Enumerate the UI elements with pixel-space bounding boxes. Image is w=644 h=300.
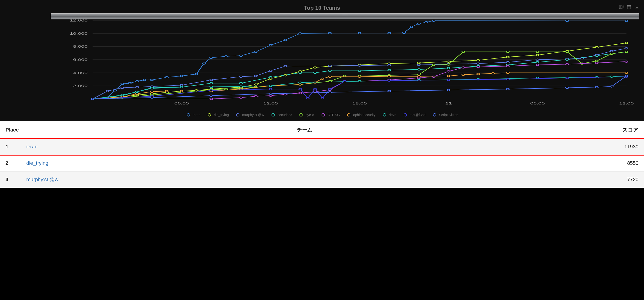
header-score: スコア xyxy=(589,121,644,139)
svg-point-18 xyxy=(180,75,183,77)
svg-point-101 xyxy=(447,67,450,69)
svg-point-106 xyxy=(595,55,598,57)
svg-point-66 xyxy=(136,86,139,88)
legend-label: Script Kitties xyxy=(439,113,458,117)
svg-point-184 xyxy=(299,82,302,83)
svg-point-207 xyxy=(91,98,94,100)
svg-point-56 xyxy=(447,61,450,62)
svg-point-25 xyxy=(269,44,272,46)
svg-point-215 xyxy=(566,87,568,88)
svg-point-69 xyxy=(210,79,213,81)
svg-point-164 xyxy=(299,84,302,85)
svg-point-169 xyxy=(388,76,391,77)
legend-label: met@f3nd xyxy=(410,113,426,117)
svg-point-134 xyxy=(210,98,213,100)
legend-item[interactable]: devs xyxy=(382,113,396,117)
legend-label: eye-o xyxy=(306,113,314,117)
legend-label: securisec xyxy=(278,113,292,117)
legend-label: CTF.SG xyxy=(328,113,340,117)
svg-point-182 xyxy=(240,86,242,87)
svg-point-159 xyxy=(166,90,168,92)
legend-label: die_trying xyxy=(214,113,229,117)
legend-item[interactable]: ierae xyxy=(186,113,200,117)
legend-item[interactable]: met@f3nd xyxy=(403,113,426,117)
chart-toolbar xyxy=(619,5,640,10)
svg-point-71 xyxy=(254,75,257,77)
svg-point-202 xyxy=(388,80,391,81)
svg-point-157 xyxy=(136,93,139,94)
legend-swatch xyxy=(270,115,276,115)
download-icon[interactable] xyxy=(634,5,640,10)
svg-point-166 xyxy=(321,78,324,79)
svg-point-68 xyxy=(180,84,183,86)
svg-point-27 xyxy=(299,33,302,34)
svg-point-180 xyxy=(180,86,183,88)
svg-point-171 xyxy=(447,75,450,77)
score-cell: 11930 xyxy=(589,139,644,155)
svg-point-77 xyxy=(418,64,420,66)
svg-point-127 xyxy=(536,51,539,53)
legend-item[interactable]: murphy'sL@w xyxy=(235,113,264,117)
svg-point-21 xyxy=(210,57,213,59)
svg-point-74 xyxy=(328,65,332,67)
svg-point-30 xyxy=(388,32,391,34)
legend-item[interactable]: CTF.SG xyxy=(320,113,340,117)
svg-point-208 xyxy=(150,97,154,98)
svg-point-72 xyxy=(269,70,272,72)
svg-rect-1 xyxy=(620,5,623,8)
legend-item[interactable]: eye-o xyxy=(298,113,314,117)
svg-point-20 xyxy=(202,63,205,65)
legend-item[interactable]: die_trying xyxy=(207,113,229,117)
score-cell: 8550 xyxy=(589,155,644,172)
svg-point-70 xyxy=(240,76,242,77)
place-cell: 2 xyxy=(0,155,21,172)
svg-point-64 xyxy=(106,90,109,92)
svg-text:6,000: 6,000 xyxy=(73,58,88,62)
svg-point-167 xyxy=(328,76,332,77)
svg-point-160 xyxy=(180,90,183,92)
score-cell: 7720 xyxy=(589,172,644,188)
svg-rect-0 xyxy=(619,6,622,9)
svg-point-105 xyxy=(566,59,568,61)
svg-point-181 xyxy=(210,86,213,88)
svg-text:18:00: 18:00 xyxy=(352,101,367,105)
svg-point-196 xyxy=(299,88,302,90)
legend-swatch xyxy=(186,115,191,115)
svg-point-213 xyxy=(447,89,450,91)
svg-point-198 xyxy=(314,88,317,90)
svg-point-168 xyxy=(358,76,361,77)
restore-icon[interactable] xyxy=(626,5,632,10)
svg-point-23 xyxy=(240,55,242,57)
team-link[interactable]: die_trying xyxy=(26,160,48,166)
zoom-icon[interactable] xyxy=(619,5,624,10)
header-place: Place xyxy=(0,121,21,139)
svg-point-96 xyxy=(314,72,317,74)
team-link[interactable]: murphy'sL@w xyxy=(26,177,58,182)
svg-point-29 xyxy=(358,32,361,34)
team-link[interactable]: ierae xyxy=(26,144,38,149)
place-cell: 3 xyxy=(0,172,21,188)
svg-point-26 xyxy=(284,39,287,41)
svg-point-85 xyxy=(610,50,613,52)
svg-text:12:00: 12:00 xyxy=(263,101,278,105)
legend-swatch xyxy=(298,115,304,115)
svg-point-178 xyxy=(121,94,124,96)
time-brush[interactable] xyxy=(51,14,640,20)
legend-item[interactable]: Script Kitties xyxy=(432,113,458,117)
svg-point-195 xyxy=(269,88,272,90)
svg-point-94 xyxy=(269,76,272,78)
svg-point-79 xyxy=(477,63,480,65)
team-cell: ierae xyxy=(21,139,589,155)
team-cell: murphy'sL@w xyxy=(21,172,589,188)
legend-swatch xyxy=(235,115,240,115)
svg-point-138 xyxy=(284,94,287,95)
legend-item[interactable]: ophionsecurity xyxy=(346,113,376,117)
svg-point-12 xyxy=(121,83,124,85)
legend-item[interactable]: securisec xyxy=(270,113,292,117)
table-header-row: Place チーム スコア xyxy=(0,121,644,139)
svg-point-36 xyxy=(566,20,568,22)
svg-point-216 xyxy=(595,86,598,88)
svg-point-217 xyxy=(610,86,613,87)
svg-point-201 xyxy=(343,80,346,82)
svg-point-200 xyxy=(328,88,332,90)
